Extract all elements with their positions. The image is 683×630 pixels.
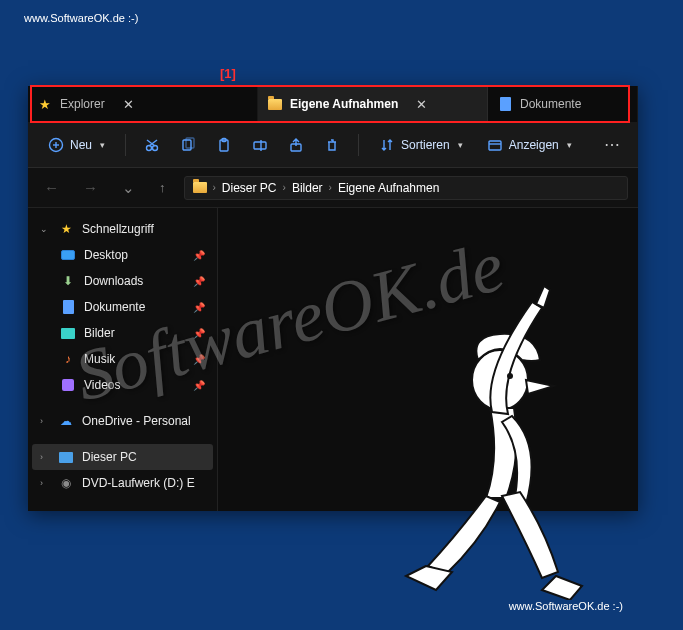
- paste-button[interactable]: [208, 131, 240, 159]
- sidebar-item-videos[interactable]: Videos 📌: [32, 372, 213, 398]
- music-icon: ♪: [60, 351, 76, 367]
- sidebar-label: OneDrive - Personal: [82, 414, 191, 428]
- annotation-label: [1]: [220, 66, 236, 81]
- sidebar-label: Dieser PC: [82, 450, 137, 464]
- tab-aufnahmen[interactable]: Eigene Aufnahmen ✕: [258, 86, 488, 122]
- divider: [358, 134, 359, 156]
- sort-label: Sortieren: [401, 138, 450, 152]
- watermark-bottom: www.SoftwareOK.de :-): [509, 600, 623, 612]
- nav-bar: ← → ⌄ ↑ › Dieser PC › Bilder › Eigene Au…: [28, 168, 638, 208]
- file-pane[interactable]: [218, 208, 638, 511]
- pictures-icon: [60, 325, 76, 341]
- pin-icon: 📌: [193, 250, 205, 261]
- sidebar-this-pc[interactable]: › Dieser PC: [32, 444, 213, 470]
- sidebar-label: Schnellzugriff: [82, 222, 154, 236]
- svg-rect-14: [489, 141, 501, 150]
- tab-label: Explorer: [60, 97, 105, 111]
- star-icon: ★: [58, 221, 74, 237]
- breadcrumb-segment[interactable]: Eigene Aufnahmen: [338, 181, 439, 195]
- pin-icon: 📌: [193, 328, 205, 339]
- tab-label: Eigene Aufnahmen: [290, 97, 398, 111]
- copy-icon: [180, 137, 196, 153]
- chevron-down-icon: ⌄: [40, 224, 50, 234]
- sidebar-quick-access[interactable]: ⌄ ★ Schnellzugriff: [32, 216, 213, 242]
- desktop-icon: [60, 247, 76, 263]
- sidebar-item-pictures[interactable]: Bilder 📌: [32, 320, 213, 346]
- chevron-down-icon: ▾: [567, 140, 572, 150]
- explorer-window: ★ Explorer ✕ Eigene Aufnahmen ✕ Dokument…: [28, 86, 638, 511]
- chevron-right-icon: ›: [283, 182, 286, 193]
- rename-button[interactable]: [244, 131, 276, 159]
- document-icon: [498, 97, 512, 111]
- pin-icon: 📌: [193, 276, 205, 287]
- svg-point-3: [147, 145, 152, 150]
- view-icon: [487, 137, 503, 153]
- sidebar-item-downloads[interactable]: ⬇ Downloads 📌: [32, 268, 213, 294]
- scissors-icon: [144, 137, 160, 153]
- sidebar: ⌄ ★ Schnellzugriff Desktop 📌 ⬇ Downloads…: [28, 208, 218, 511]
- content-area: ⌄ ★ Schnellzugriff Desktop 📌 ⬇ Downloads…: [28, 208, 638, 511]
- sort-icon: [379, 137, 395, 153]
- disc-icon: ◉: [58, 475, 74, 491]
- breadcrumb[interactable]: › Dieser PC › Bilder › Eigene Aufnahmen: [184, 176, 629, 200]
- cut-button[interactable]: [136, 131, 168, 159]
- sidebar-label: Videos: [84, 378, 120, 392]
- clipboard-icon: [216, 137, 232, 153]
- delete-button[interactable]: [316, 131, 348, 159]
- tab-label: Dokumente: [520, 97, 581, 111]
- toolbar: Neu ▾ Sortieren ▾ Anzeigen: [28, 122, 638, 168]
- folder-icon: [268, 97, 282, 111]
- sidebar-label: DVD-Laufwerk (D:) E: [82, 476, 195, 490]
- sidebar-label: Downloads: [84, 274, 143, 288]
- svg-rect-11: [254, 142, 266, 149]
- pin-icon: 📌: [193, 380, 205, 391]
- breadcrumb-segment[interactable]: Bilder: [292, 181, 323, 195]
- rename-icon: [252, 137, 268, 153]
- tab-explorer[interactable]: ★ Explorer ✕: [28, 86, 258, 122]
- sidebar-item-music[interactable]: ♪ Musik 📌: [32, 346, 213, 372]
- chevron-right-icon: ›: [213, 182, 216, 193]
- trash-icon: [324, 137, 340, 153]
- video-icon: [60, 377, 76, 393]
- view-button[interactable]: Anzeigen ▾: [477, 131, 582, 159]
- sort-button[interactable]: Sortieren ▾: [369, 131, 473, 159]
- sidebar-item-desktop[interactable]: Desktop 📌: [32, 242, 213, 268]
- chevron-right-icon: ›: [40, 478, 50, 488]
- up-button[interactable]: ↑: [153, 176, 172, 199]
- sidebar-label: Bilder: [84, 326, 115, 340]
- cloud-icon: ☁: [58, 413, 74, 429]
- pin-icon: 📌: [193, 302, 205, 313]
- close-icon[interactable]: ✕: [416, 97, 427, 112]
- chevron-down-icon: ▾: [100, 140, 105, 150]
- new-label: Neu: [70, 138, 92, 152]
- new-button[interactable]: Neu ▾: [38, 131, 115, 159]
- divider: [125, 134, 126, 156]
- forward-button[interactable]: →: [77, 175, 104, 200]
- plus-icon: [48, 137, 64, 153]
- document-icon: [60, 299, 76, 315]
- sidebar-item-documents[interactable]: Dokumente 📌: [32, 294, 213, 320]
- share-icon: [288, 137, 304, 153]
- back-button[interactable]: ←: [38, 175, 65, 200]
- sidebar-label: Dokumente: [84, 300, 145, 314]
- sidebar-label: Desktop: [84, 248, 128, 262]
- view-label: Anzeigen: [509, 138, 559, 152]
- copy-button[interactable]: [172, 131, 204, 159]
- sidebar-onedrive[interactable]: › ☁ OneDrive - Personal: [32, 408, 213, 434]
- sidebar-dvd[interactable]: › ◉ DVD-Laufwerk (D:) E: [32, 470, 213, 496]
- chevron-down-icon: ▾: [458, 140, 463, 150]
- watermark-top: www.SoftwareOK.de :-): [24, 12, 138, 24]
- chevron-right-icon: ›: [329, 182, 332, 193]
- tab-bar: ★ Explorer ✕ Eigene Aufnahmen ✕ Dokument…: [28, 86, 638, 122]
- share-button[interactable]: [280, 131, 312, 159]
- recent-button[interactable]: ⌄: [116, 175, 141, 201]
- pin-icon: 📌: [193, 354, 205, 365]
- close-icon[interactable]: ✕: [123, 97, 134, 112]
- breadcrumb-segment[interactable]: Dieser PC: [222, 181, 277, 195]
- svg-point-4: [153, 145, 158, 150]
- chevron-right-icon: ›: [40, 452, 50, 462]
- download-icon: ⬇: [60, 273, 76, 289]
- sidebar-label: Musik: [84, 352, 115, 366]
- tab-dokumente[interactable]: Dokumente: [488, 86, 638, 122]
- more-button[interactable]: ⋯: [596, 131, 628, 158]
